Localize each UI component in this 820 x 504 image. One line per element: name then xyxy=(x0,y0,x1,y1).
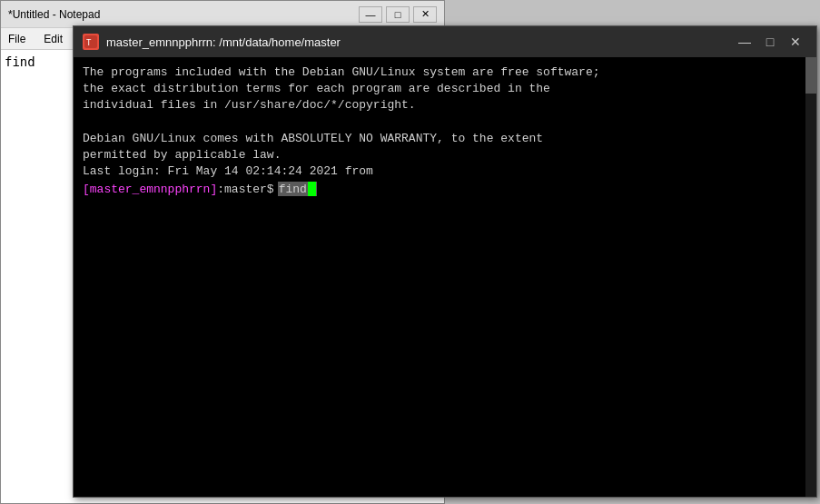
terminal-output-line3: individual files in /usr/share/doc/*/cop… xyxy=(83,97,807,114)
prompt-command-text: find xyxy=(279,183,307,196)
notepad-close-button[interactable]: ✕ xyxy=(413,6,437,23)
terminal-body[interactable]: The programs included with the Debian GN… xyxy=(74,57,816,497)
terminal-prompt-line: [master_emnnpphrrn] :master$ find xyxy=(83,182,807,196)
terminal-close-button[interactable]: ✕ xyxy=(784,33,807,51)
terminal-app-icon: T xyxy=(83,34,99,50)
terminal-title: master_emnnpphrrn: /mnt/data/home/master xyxy=(106,35,726,49)
terminal-scrollbar[interactable] xyxy=(805,57,816,497)
prompt-command-area: find xyxy=(278,182,317,196)
terminal-cursor xyxy=(308,182,316,196)
notepad-window-controls: — □ ✕ xyxy=(359,6,437,23)
terminal-output-line2: the exact distribution terms for each pr… xyxy=(83,81,807,97)
notepad-text: find xyxy=(5,54,35,69)
notepad-title: *Untitled - Notepad xyxy=(8,8,355,21)
terminal-scrollbar-thumb[interactable] xyxy=(805,57,816,94)
notepad-titlebar: *Untitled - Notepad — □ ✕ xyxy=(1,1,444,28)
terminal-window: T master_emnnpphrrn: /mnt/data/home/mast… xyxy=(73,25,817,498)
terminal-maximize-button[interactable]: □ xyxy=(758,33,782,51)
terminal-output-line5: Debian GNU/Linux comes with ABSOLUTELY N… xyxy=(83,131,807,147)
terminal-minimize-button[interactable]: — xyxy=(733,33,756,51)
prompt-path-dollar: :master$ xyxy=(217,183,273,196)
svg-text:T: T xyxy=(86,38,92,47)
notepad-maximize-button[interactable]: □ xyxy=(386,6,410,23)
terminal-output-line4 xyxy=(83,114,807,131)
notepad-menu-file[interactable]: File xyxy=(5,31,29,47)
terminal-titlebar: T master_emnnpphrrn: /mnt/data/home/mast… xyxy=(74,26,816,57)
terminal-output-line7: Last login: Fri May 14 02:14:24 2021 fro… xyxy=(83,163,807,180)
terminal-output-line1: The programs included with the Debian GN… xyxy=(83,64,807,81)
terminal-output-line6: permitted by applicable law. xyxy=(83,147,807,163)
notepad-minimize-button[interactable]: — xyxy=(359,6,382,23)
notepad-menu-edit[interactable]: Edit xyxy=(40,31,66,47)
terminal-window-controls: — □ ✕ xyxy=(733,33,807,51)
prompt-user-host: [master_emnnpphrrn] xyxy=(83,183,217,196)
